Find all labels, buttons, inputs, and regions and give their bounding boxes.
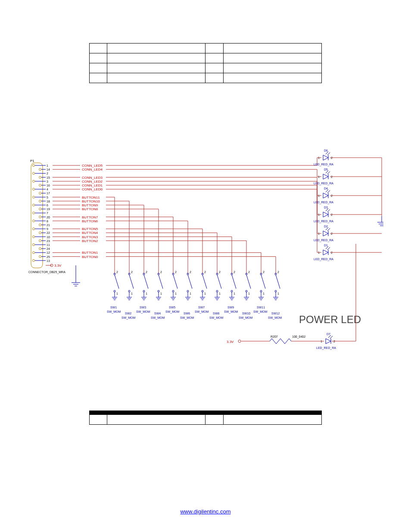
svg-text:D3: D3: [324, 206, 328, 209]
svg-point-26: [33, 228, 35, 230]
table-header: [223, 411, 321, 415]
svg-line-228: [232, 275, 236, 289]
svg-text:1: 1: [175, 292, 177, 295]
svg-text:7: 7: [47, 212, 48, 215]
svg-point-188: [187, 290, 189, 292]
svg-text:1: 1: [318, 175, 320, 178]
table-1: [89, 43, 322, 83]
svg-text:11: 11: [47, 243, 50, 246]
table-cell: [107, 63, 206, 73]
table-cell: [107, 73, 206, 83]
svg-point-56: [39, 208, 41, 210]
table-header: [90, 411, 107, 415]
svg-text:SW_MOM: SW_MOM: [121, 316, 135, 320]
switch-SW6: 21SW6SW_MOM: [180, 271, 194, 320]
svg-text:D7: D7: [327, 333, 330, 336]
table-cell: [206, 53, 223, 63]
switch-SW10: 21SW10SW_MOM: [239, 271, 252, 320]
switch-SW1: 21SW1SW_MOM: [107, 271, 121, 314]
svg-line-124: [115, 275, 119, 289]
svg-text:1: 1: [263, 292, 265, 295]
svg-text:1: 1: [204, 292, 206, 295]
svg-text:CONN_LED3: CONN_LED3: [82, 176, 103, 180]
svg-text:1: 1: [47, 164, 48, 167]
svg-text:18: 18: [47, 200, 50, 203]
svg-text:14: 14: [47, 168, 50, 171]
svg-text:2: 2: [263, 271, 265, 274]
svg-text:POWER LED: POWER LED: [299, 314, 361, 325]
svg-text:SW7: SW7: [198, 306, 205, 309]
switch-SW12: 21SW12SW_MOM: [268, 271, 282, 320]
svg-text:SW2: SW2: [125, 312, 131, 315]
svg-text:LED_RED_RA: LED_RED_RA: [314, 258, 333, 261]
schematic-diagram: P1 CONNECTOR_DB25_MRA 123456789101112131…: [28, 145, 383, 369]
switch-SW9: 21SW9SW_MOM: [224, 271, 238, 314]
svg-text:2: 2: [234, 271, 235, 274]
svg-text:2: 2: [277, 271, 279, 274]
svg-point-175: [172, 290, 174, 292]
svg-text:LED_RED_RA: LED_RED_RA: [314, 239, 333, 242]
svg-text:3.3V: 3.3V: [54, 264, 62, 268]
svg-line-215: [217, 275, 221, 289]
svg-text:12: 12: [47, 251, 50, 254]
svg-line-150: [144, 275, 148, 289]
svg-point-62: [39, 224, 41, 226]
svg-text:CONNECTOR_DB25_MRA: CONNECTOR_DB25_MRA: [28, 271, 65, 274]
svg-text:BUTTON4: BUTTON4: [82, 231, 98, 235]
svg-text:D5: D5: [324, 168, 328, 171]
svg-line-315: [327, 209, 330, 212]
svg-text:BUTTON11: BUTTON11: [82, 196, 100, 199]
svg-text:16: 16: [47, 184, 50, 187]
svg-text:2: 2: [146, 271, 147, 274]
table-cell: [90, 63, 107, 73]
svg-point-44: [39, 176, 41, 178]
svg-text:SW_MOM: SW_MOM: [268, 316, 282, 320]
svg-text:SW_MOM: SW_MOM: [136, 310, 150, 314]
table-cell: [107, 415, 206, 425]
svg-text:SW8: SW8: [213, 312, 219, 315]
svg-text:LED_RED_RA: LED_RED_RA: [314, 220, 333, 223]
svg-text:3.3V: 3.3V: [227, 340, 234, 344]
svg-text:SW11: SW11: [257, 306, 265, 309]
svg-text:LED_RED_RA: LED_RED_RA: [314, 201, 333, 204]
table-cell: [206, 415, 223, 425]
svg-line-357: [330, 336, 333, 339]
switch-SW5: 21SW5SW_MOM: [165, 271, 179, 314]
svg-text:6: 6: [47, 204, 48, 207]
svg-text:P1: P1: [30, 159, 34, 163]
table-cell: [223, 53, 321, 63]
svg-text:100_0402: 100_0402: [292, 335, 305, 339]
svg-text:CONN_LED4: CONN_LED4: [82, 168, 103, 171]
svg-text:BUTTON2: BUTTON2: [82, 239, 98, 243]
svg-point-5: [33, 172, 35, 174]
svg-text:1: 1: [277, 292, 279, 295]
svg-point-74: [39, 255, 41, 258]
svg-text:CONN_LED0: CONN_LED0: [82, 187, 103, 191]
svg-point-162: [158, 290, 159, 292]
footer-link[interactable]: www.digilentinc.com: [0, 508, 411, 515]
svg-text:SW_MOM: SW_MOM: [253, 310, 267, 314]
svg-text:24: 24: [47, 247, 50, 250]
svg-point-23: [33, 220, 35, 222]
svg-text:8: 8: [47, 220, 48, 223]
svg-text:LED_RED_RA: LED_RED_RA: [314, 163, 333, 166]
svg-text:BUTTON0: BUTTON0: [82, 255, 98, 259]
svg-line-241: [246, 275, 251, 289]
svg-text:1: 1: [234, 292, 235, 295]
table-2: [89, 411, 322, 425]
svg-line-202: [202, 275, 207, 289]
svg-text:1: 1: [318, 156, 320, 159]
svg-text:1: 1: [318, 194, 320, 197]
svg-text:21: 21: [47, 224, 50, 227]
svg-line-267: [276, 275, 280, 289]
svg-point-2: [33, 165, 35, 167]
svg-text:D6: D6: [324, 149, 328, 152]
svg-text:R207: R207: [271, 335, 278, 338]
table-cell: [206, 44, 223, 53]
svg-line-137: [129, 275, 134, 289]
svg-point-29: [33, 236, 35, 238]
svg-text:25: 25: [47, 255, 50, 258]
svg-text:SW_MOM: SW_MOM: [107, 310, 121, 314]
table-cell: [90, 73, 107, 83]
svg-point-20: [33, 212, 35, 214]
